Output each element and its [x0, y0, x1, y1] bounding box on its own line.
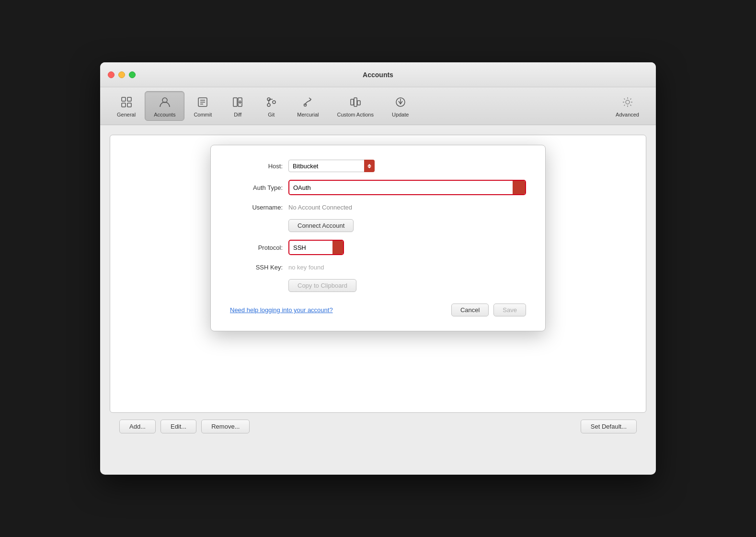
username-row: Username: No Account Connected: [230, 203, 526, 211]
host-label: Host:: [230, 163, 283, 170]
host-control: Bitbucket: [288, 160, 526, 172]
tab-custom-actions[interactable]: Custom Actions: [328, 91, 383, 121]
copy-clipboard-button[interactable]: Copy to Clipboard: [288, 279, 356, 292]
host-select[interactable]: Bitbucket: [288, 160, 375, 172]
general-icon: [119, 94, 134, 110]
svg-rect-2: [122, 103, 126, 107]
git-icon: [263, 94, 279, 110]
commit-icon: [195, 94, 210, 110]
connect-account-button[interactable]: Connect Account: [288, 219, 354, 232]
tab-accounts[interactable]: Accounts: [145, 91, 184, 121]
set-default-button[interactable]: Set Default...: [581, 420, 637, 433]
remove-button[interactable]: Remove...: [201, 420, 250, 433]
save-button[interactable]: Save: [493, 304, 526, 316]
close-button[interactable]: [108, 71, 115, 78]
minimize-button[interactable]: [118, 71, 125, 78]
popup-dialog: Host: Bitbucket: [210, 145, 546, 331]
bottom-toolbar: Add... Edit... Remove... Set Default...: [110, 413, 646, 440]
tab-update[interactable]: Update: [383, 91, 418, 121]
main-window: Accounts General Accoun: [100, 62, 656, 475]
tab-general-label: General: [117, 112, 136, 117]
svg-rect-18: [351, 99, 354, 105]
svg-rect-3: [127, 103, 131, 107]
tab-diff-label: Diff: [234, 112, 241, 117]
tab-update-label: Update: [392, 112, 409, 117]
ssh-key-value: no key found: [288, 264, 324, 271]
tab-general[interactable]: General: [108, 91, 145, 121]
protocol-select[interactable]: SSH: [289, 241, 332, 254]
host-row: Host: Bitbucket: [230, 160, 526, 172]
tab-commit-label: Commit: [194, 112, 212, 117]
auth-type-select-wrapper: OAuth: [288, 180, 526, 195]
svg-point-23: [626, 100, 630, 104]
diff-icon: [230, 94, 245, 110]
title-bar: Accounts: [100, 62, 656, 87]
advanced-icon: [620, 94, 635, 110]
protocol-label: Protocol:: [230, 244, 283, 251]
popup-footer: Need help logging into your account? Can…: [230, 304, 526, 316]
edit-button[interactable]: Edit...: [160, 420, 196, 433]
protocol-row: Protocol: SSH: [230, 240, 526, 255]
custom-actions-icon: [348, 94, 363, 110]
clipboard-row: Copy to Clipboard: [230, 279, 526, 292]
help-link[interactable]: Need help logging into your account?: [230, 306, 333, 314]
tab-mercurial[interactable]: Mercurial: [288, 91, 328, 121]
connect-row: Connect Account: [230, 219, 526, 232]
toolbar: General Accounts Commit: [100, 87, 656, 125]
tab-git-label: Git: [268, 112, 275, 117]
tab-accounts-label: Accounts: [154, 112, 175, 117]
host-select-wrapper: Bitbucket: [288, 160, 375, 172]
auth-type-label: Auth Type:: [230, 184, 283, 191]
traffic-lights: [108, 71, 136, 78]
ssh-key-label: SSH Key:: [230, 264, 283, 271]
auth-type-select[interactable]: OAuth: [289, 181, 513, 194]
auth-type-select-arrow: [513, 181, 525, 194]
username-value: No Account Connected: [288, 204, 352, 211]
tab-diff[interactable]: Diff: [221, 91, 254, 121]
svg-rect-0: [122, 97, 126, 101]
ssh-key-control: no key found: [288, 263, 526, 271]
add-button[interactable]: Add...: [119, 420, 156, 433]
svg-rect-19: [354, 98, 357, 106]
main-content: Host: Bitbucket: [100, 125, 656, 450]
mercurial-icon: [300, 94, 316, 110]
content-box: Host: Bitbucket: [110, 135, 646, 413]
ssh-key-row: SSH Key: no key found: [230, 263, 526, 271]
svg-rect-1: [127, 97, 131, 101]
footer-buttons: Cancel Save: [451, 304, 526, 316]
auth-type-row: Auth Type: OAuth: [230, 180, 526, 195]
tab-custom-actions-label: Custom Actions: [337, 112, 374, 117]
accounts-icon: [157, 94, 172, 110]
username-label: Username:: [230, 204, 283, 211]
update-icon: [393, 94, 408, 110]
tab-git[interactable]: Git: [254, 91, 288, 121]
tab-advanced[interactable]: Advanced: [607, 91, 648, 121]
svg-rect-20: [357, 101, 360, 105]
svg-rect-9: [233, 98, 237, 106]
svg-point-14: [267, 104, 270, 106]
username-control: No Account Connected: [288, 203, 526, 211]
maximize-button[interactable]: [129, 71, 136, 78]
protocol-control: SSH: [288, 240, 526, 255]
protocol-select-wrapper: SSH: [288, 240, 344, 255]
auth-type-control: OAuth: [288, 180, 526, 195]
tab-mercurial-label: Mercurial: [297, 112, 319, 117]
tab-commit[interactable]: Commit: [184, 91, 221, 121]
protocol-select-arrow: [332, 241, 343, 254]
window-title: Accounts: [363, 71, 393, 79]
cancel-button[interactable]: Cancel: [451, 304, 489, 316]
tab-advanced-label: Advanced: [616, 112, 639, 117]
